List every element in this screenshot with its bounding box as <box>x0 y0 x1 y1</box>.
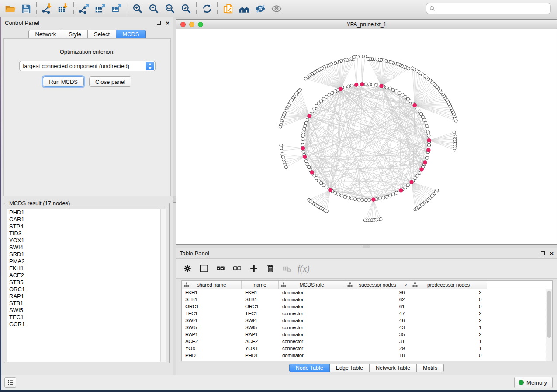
network-node[interactable] <box>360 55 363 58</box>
search-box[interactable] <box>426 3 551 14</box>
zoom-fit-button[interactable] <box>162 1 178 16</box>
table-row[interactable]: STB1STB1dominator620 <box>182 296 546 303</box>
network-node[interactable] <box>331 91 334 94</box>
network-node[interactable] <box>371 83 374 86</box>
tab-network-table[interactable]: Network Table <box>370 364 417 372</box>
tab-select[interactable]: Select <box>88 30 116 39</box>
column-header-predecessor-nodes[interactable]: predecessor nodes <box>410 281 487 289</box>
network-node[interactable] <box>385 86 388 89</box>
network-node[interactable] <box>354 198 357 201</box>
zoom-in-button[interactable] <box>129 1 145 16</box>
mcds-network-node[interactable] <box>301 146 305 150</box>
horizontal-splitter[interactable] <box>176 245 557 248</box>
network-node[interactable] <box>337 193 340 196</box>
network-node[interactable] <box>343 195 346 198</box>
mcds-result-node[interactable]: SWI4 <box>7 244 166 251</box>
network-node[interactable] <box>325 186 328 189</box>
export-image-button[interactable] <box>108 1 125 16</box>
network-node[interactable] <box>325 210 328 213</box>
hide-selected-button[interactable] <box>252 1 268 16</box>
mcds-network-node[interactable] <box>360 83 364 86</box>
network-node[interactable] <box>416 107 419 110</box>
table-row[interactable]: PHD1PHD1dominator180 <box>182 352 546 359</box>
gear-button[interactable] <box>180 261 194 275</box>
column-header-shared-name[interactable]: shared name <box>182 281 242 289</box>
table-row[interactable]: SWI4SWI4dominator462 <box>182 317 546 324</box>
network-node[interactable] <box>334 90 337 93</box>
mcds-result-node[interactable]: PMA2 <box>7 258 166 265</box>
save-button[interactable] <box>18 1 34 16</box>
mcds-result-node[interactable]: STP4 <box>7 223 166 230</box>
network-node[interactable] <box>352 55 355 58</box>
network-window-titlebar[interactable]: YPA_prune.txt_1 <box>176 20 557 29</box>
network-node[interactable] <box>306 163 309 166</box>
mcds-network-node[interactable] <box>339 87 343 91</box>
mcds-network-node[interactable] <box>380 84 384 88</box>
table-row[interactable]: SWI5SWI5connector431 <box>182 324 546 331</box>
network-node[interactable] <box>427 131 430 134</box>
network-node[interactable] <box>425 157 428 160</box>
network-node[interactable] <box>427 144 430 147</box>
network-node[interactable] <box>279 125 282 128</box>
mcds-result-node[interactable]: ACE2 <box>7 272 166 279</box>
tab-mcds[interactable]: MCDS <box>116 30 145 39</box>
column-header-MCDS-role[interactable]: MCDS role <box>279 281 345 289</box>
refresh-button[interactable] <box>199 1 215 16</box>
table-row[interactable]: YOX1YOX1connector291 <box>182 345 546 352</box>
table-row[interactable]: ACE2ACE2connector311 <box>182 338 546 345</box>
mcds-network-node[interactable] <box>410 180 414 184</box>
network-node[interactable] <box>320 182 323 185</box>
network-node[interactable] <box>388 87 391 90</box>
export-network-button[interactable] <box>76 1 92 16</box>
mcds-network-node[interactable] <box>399 188 403 192</box>
network-node[interactable] <box>364 199 367 202</box>
network-node[interactable] <box>347 85 350 88</box>
network-node[interactable] <box>395 90 398 93</box>
network-node[interactable] <box>361 198 364 201</box>
table-scrollbar[interactable] <box>546 289 552 361</box>
optimization-select[interactable]: largest connected component (undirected) <box>19 61 156 71</box>
network-node[interactable] <box>453 131 456 134</box>
close-panel-button[interactable]: Close panel <box>89 76 131 87</box>
network-node[interactable] <box>302 131 305 134</box>
network-canvas[interactable] <box>176 29 557 244</box>
network-node[interactable] <box>301 134 304 137</box>
mcds-result-node[interactable]: PHD1 <box>7 209 166 216</box>
delete-column-button[interactable] <box>263 261 277 275</box>
splitter-grip-icon[interactable] <box>173 196 176 203</box>
mcds-network-node[interactable] <box>427 138 431 142</box>
select-all-button[interactable] <box>214 261 228 275</box>
network-node[interactable] <box>304 121 308 124</box>
tab-motifs[interactable]: Motifs <box>417 364 444 372</box>
network-node[interactable] <box>307 165 310 168</box>
import-network-button[interactable] <box>39 1 55 16</box>
mcds-result-node[interactable]: CAR1 <box>7 216 166 223</box>
memory-button[interactable]: Memory <box>514 377 553 388</box>
network-node[interactable] <box>388 194 391 197</box>
close-panel-icon[interactable]: × <box>166 21 170 25</box>
network-node[interactable] <box>426 127 429 131</box>
network-node[interactable] <box>357 198 360 201</box>
mcds-network-node[interactable] <box>426 148 430 152</box>
network-node[interactable] <box>340 194 343 197</box>
network-node[interactable] <box>375 83 378 86</box>
network-node[interactable] <box>368 198 371 201</box>
network-node[interactable] <box>385 195 388 198</box>
network-node[interactable] <box>350 84 353 87</box>
column-header-successor-nodes[interactable]: successor nodes∨ <box>345 281 410 289</box>
mcds-result-node[interactable]: GCR1 <box>7 321 166 328</box>
mcds-result-node[interactable]: FKH1 <box>7 265 166 272</box>
network-node[interactable] <box>303 127 306 131</box>
network-node[interactable] <box>392 193 395 196</box>
mcds-result-node[interactable]: STB5 <box>7 279 166 286</box>
panel-menu-button[interactable] <box>4 377 16 388</box>
network-node[interactable] <box>409 100 412 103</box>
zoom-out-button[interactable] <box>145 1 162 16</box>
network-node[interactable] <box>423 118 426 121</box>
result-list-scrollbar[interactable] <box>160 209 166 362</box>
export-table-button[interactable] <box>92 1 108 16</box>
network-node[interactable] <box>367 57 370 60</box>
close-panel-icon[interactable]: × <box>550 251 554 255</box>
network-node[interactable] <box>404 95 407 98</box>
network-node[interactable] <box>325 95 328 98</box>
